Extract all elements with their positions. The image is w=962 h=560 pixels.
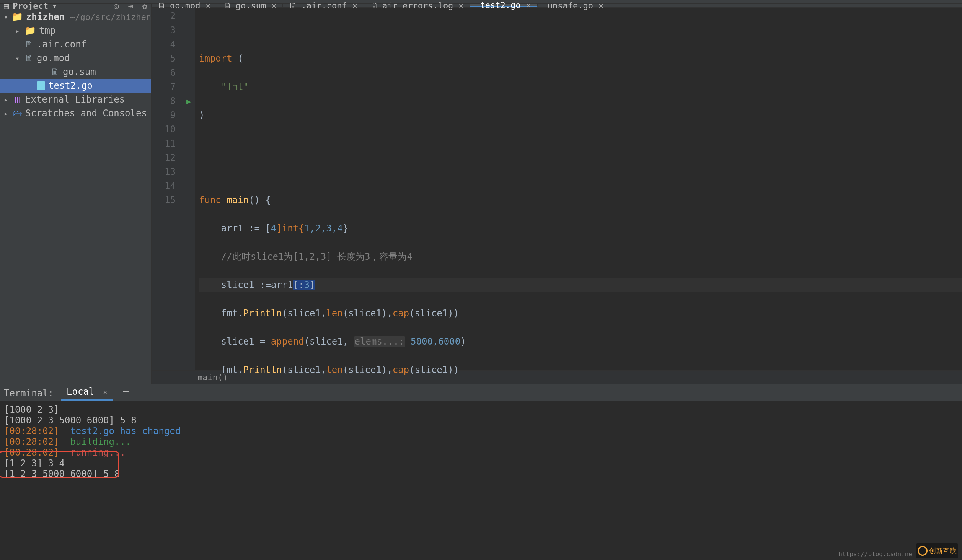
sidebar-header: ▦ Project ▾ ◎ ⇥ ✿ xyxy=(0,4,151,8)
terminal-tab-label: Local xyxy=(67,386,94,397)
code-editor[interactable]: import ( "fmt" ) func main() { arr1 := [… xyxy=(195,8,962,370)
terminal-add-icon[interactable]: ＋ xyxy=(121,384,131,401)
scratch-icon: 🗁 xyxy=(13,108,22,119)
close-icon[interactable]: × xyxy=(103,387,108,397)
chevron-right-icon[interactable]: ▸ xyxy=(4,109,10,117)
root-path: ~/go/src/zhizhen xyxy=(70,12,151,22)
file-icon: 🗎 xyxy=(51,67,60,77)
project-tree[interactable]: ▾ 📁 zhizhen ~/go/src/zhizhen ▸ 📁 tmp 🗎 .… xyxy=(0,8,151,384)
terminal-line: [1000 2 3 5000 6000] 5 8 xyxy=(4,415,958,426)
file-icon: 🗎 xyxy=(24,39,34,50)
tab-go-mod[interactable]: 🗎go.mod× xyxy=(152,4,217,7)
editor-tabs: 🗎go.mod× 🗎go.sum× 🗎.air.conf× 🗎air_error… xyxy=(152,4,962,8)
root-name: zhizhen xyxy=(26,11,65,22)
terminal-line: [1000 2 3] xyxy=(4,404,958,415)
terminal-tab-local[interactable]: Local × xyxy=(61,385,113,401)
logo-circle-icon xyxy=(918,546,928,556)
terminal-line: [1 2 3] 3 4 xyxy=(4,458,958,469)
tree-item-air-conf[interactable]: 🗎 .air.conf xyxy=(0,37,151,51)
logo-text: 创新互联 xyxy=(929,546,957,555)
tree-label: External Libraries xyxy=(25,94,125,105)
tree-label: test2.go xyxy=(48,80,93,91)
editor-body: 2 3 4 5 6 7 8 9 10 11 12 13 14 15 ▶ xyxy=(152,8,962,370)
tree-item-go-sum[interactable]: 🗎 go.sum xyxy=(0,65,151,79)
main-area: ▦ Project ▾ ◎ ⇥ ✿ ▾ 📁 zhizhen ~/go/src/z… xyxy=(0,4,962,384)
terminal-panel: Terminal: Local × ＋ [1000 2 3] [1000 2 3… xyxy=(0,384,962,560)
tree-label: .air.conf xyxy=(37,39,86,50)
tree-external-libraries[interactable]: ▸ ⫼ External Libraries xyxy=(0,93,151,106)
file-icon: 🗎 xyxy=(24,53,34,63)
tab-unsafe-go[interactable]: unsafe.go× xyxy=(538,4,610,7)
terminal-body[interactable]: [1000 2 3] [1000 2 3 5000 6000] 5 8 [00:… xyxy=(0,401,962,560)
terminal-line: [00:28:02] running... xyxy=(4,447,958,458)
line-number-gutter: 2 3 4 5 6 7 8 9 10 11 12 13 14 15 xyxy=(152,8,182,370)
folder-icon: 📁 xyxy=(11,11,23,22)
watermark-text: https://blog.csdn.ne xyxy=(838,550,912,558)
terminal-line: [00:28:02] building... xyxy=(4,436,958,447)
library-icon: ⫼ xyxy=(13,94,22,105)
chevron-down-icon[interactable]: ▾ xyxy=(15,54,21,62)
tree-label: go.sum xyxy=(63,67,96,77)
tree-label: go.mod xyxy=(37,53,70,63)
tree-label: tmp xyxy=(39,25,55,36)
tab-test2-go[interactable]: test2.go× xyxy=(470,4,538,7)
editor-pane: 🗎go.mod× 🗎go.sum× 🗎.air.conf× 🗎air_error… xyxy=(152,4,962,384)
project-sidebar: ▦ Project ▾ ◎ ⇥ ✿ ▾ 📁 zhizhen ~/go/src/z… xyxy=(0,4,152,384)
tab-air-errors-log[interactable]: 🗎air_errors.log× xyxy=(364,4,470,7)
gutter-marks: ▶ xyxy=(182,8,195,370)
tree-scratches[interactable]: ▸ 🗁 Scratches and Consoles xyxy=(0,106,151,120)
tree-root[interactable]: ▾ 📁 zhizhen ~/go/src/zhizhen xyxy=(0,10,151,24)
terminal-line: [00:28:02] test2.go has changed xyxy=(4,426,958,436)
annotation-highlight-box xyxy=(0,451,119,478)
terminal-title: Terminal: xyxy=(4,388,54,401)
tab-air-conf[interactable]: 🗎.air.conf× xyxy=(283,4,364,7)
tree-item-go-mod[interactable]: ▾ 🗎 go.mod xyxy=(0,51,151,65)
terminal-line: [1 2 3 5000 6000] 5 8 xyxy=(4,469,958,479)
run-gutter-icon[interactable]: ▶ xyxy=(182,94,195,108)
tree-label: Scratches and Consoles xyxy=(25,108,147,119)
chevron-right-icon[interactable]: ▸ xyxy=(15,27,21,35)
chevron-down-icon[interactable]: ▾ xyxy=(4,13,8,21)
go-file-icon xyxy=(37,81,45,90)
tree-item-tmp[interactable]: ▸ 📁 tmp xyxy=(0,24,151,37)
chevron-right-icon[interactable]: ▸ xyxy=(4,96,10,104)
watermark-logo: 创新互联 xyxy=(916,543,958,558)
tree-item-test2-go[interactable]: test2.go xyxy=(0,79,151,93)
tab-go-sum[interactable]: 🗎go.sum× xyxy=(217,4,283,7)
folder-icon: 📁 xyxy=(24,25,36,36)
